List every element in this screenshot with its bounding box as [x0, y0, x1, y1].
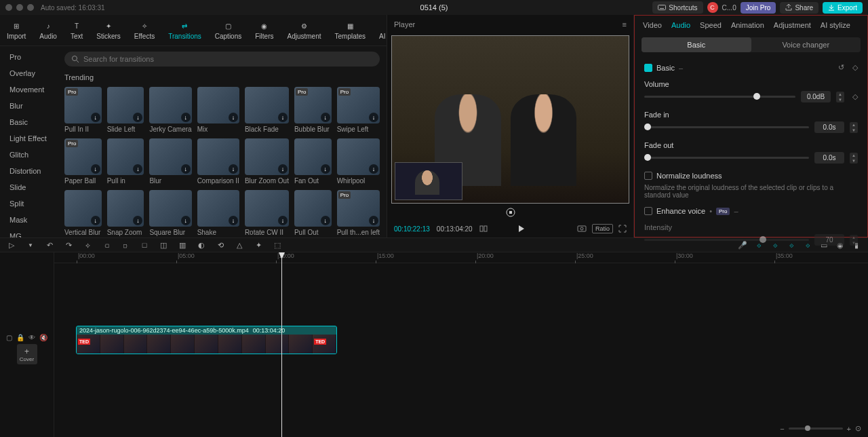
- cover-button[interactable]: + Cover: [17, 344, 37, 364]
- fade-out-stepper[interactable]: ▲▼: [850, 153, 858, 164]
- crop-tool-button[interactable]: ⬚: [273, 241, 282, 250]
- fade-in-slider[interactable]: [644, 126, 809, 128]
- transition-comparison-ii[interactable]: ↓Comparison II: [197, 138, 239, 185]
- split-right-button[interactable]: ⟥: [121, 241, 130, 249]
- subtab-voice-changer[interactable]: Voice changer: [751, 37, 861, 52]
- transition-mix[interactable]: ↓Mix: [197, 87, 239, 133]
- search-input[interactable]: [83, 55, 373, 63]
- tab-import[interactable]: ⊞Import: [0, 18, 33, 43]
- download-icon[interactable]: ↓: [369, 216, 378, 225]
- transition-pull-out[interactable]: ↓Pull Out: [294, 190, 332, 236]
- download-icon[interactable]: ↓: [91, 113, 100, 122]
- sidebar-item-movement[interactable]: Movement: [0, 81, 58, 98]
- download-icon[interactable]: ↓: [278, 113, 288, 122]
- inspector-tab-speed[interactable]: Speed: [700, 21, 722, 29]
- flip-h-button[interactable]: △: [235, 241, 244, 250]
- redo-button[interactable]: ↷: [64, 241, 73, 250]
- download-icon[interactable]: ↓: [91, 216, 100, 225]
- zoom-in-icon[interactable]: +: [847, 425, 851, 433]
- tab-effects[interactable]: ✧Effects: [127, 18, 161, 43]
- snapshot-icon[interactable]: [577, 224, 587, 233]
- tab-templates[interactable]: ▦Templates: [328, 18, 373, 43]
- download-icon[interactable]: ↓: [133, 113, 142, 122]
- export-button[interactable]: Export: [823, 2, 863, 14]
- inspector-tab-ai-stylize[interactable]: AI stylize: [821, 21, 850, 29]
- download-icon[interactable]: ↓: [229, 113, 238, 122]
- download-icon[interactable]: ↓: [321, 216, 330, 225]
- sidebar-item-mask[interactable]: Mask: [0, 212, 58, 228]
- fade-out-value[interactable]: 0.0s: [814, 152, 844, 164]
- fullscreen-icon[interactable]: [618, 225, 627, 233]
- download-icon[interactable]: ↓: [181, 113, 191, 122]
- avatar[interactable]: C: [707, 2, 718, 13]
- track-mute-icon[interactable]: 🔇: [39, 334, 47, 341]
- zoom-out-icon[interactable]: −: [780, 425, 784, 433]
- subtab-basic[interactable]: Basic: [642, 37, 751, 52]
- transition-rotate-cw-ii[interactable]: ↓Rotate CW II: [245, 190, 289, 236]
- volume-value[interactable]: 0.0dB: [801, 91, 831, 102]
- sidebar-item-mg[interactable]: MG: [0, 228, 58, 238]
- player-menu-icon[interactable]: ≡: [623, 20, 627, 28]
- transition-jerky-camera[interactable]: ↓Jerky Camera: [149, 87, 191, 133]
- enhance-checkbox[interactable]: [644, 207, 652, 215]
- transition-snap-zoom[interactable]: ↓Snap Zoom: [107, 190, 144, 236]
- playhead[interactable]: [281, 252, 282, 437]
- track-toggle-a[interactable]: ▢: [6, 334, 12, 341]
- transition-square-blur[interactable]: ↓Square Blur: [149, 190, 191, 236]
- volume-stepper[interactable]: ▲▼: [836, 92, 844, 102]
- compare-icon[interactable]: [479, 225, 488, 233]
- transition-swipe-left[interactable]: Pro↓Swipe Left: [337, 87, 380, 133]
- transition-shake[interactable]: ↓Shake: [197, 190, 239, 236]
- transition-blur[interactable]: ↓Blur: [149, 138, 191, 185]
- reset-icon[interactable]: ↺: [838, 63, 844, 72]
- split-button[interactable]: ⟡: [83, 241, 92, 250]
- tab-transitions[interactable]: ⇄Transitions: [161, 18, 208, 43]
- sidebar-item-split[interactable]: Split: [0, 195, 58, 212]
- sidebar-item-overlay[interactable]: Overlay: [0, 65, 58, 81]
- fade-in-value[interactable]: 0.0s: [814, 121, 844, 133]
- reverse-button[interactable]: ⟲: [216, 241, 225, 250]
- fade-in-stepper[interactable]: ▲▼: [850, 122, 858, 133]
- download-icon[interactable]: ↓: [181, 216, 191, 225]
- rotate-button[interactable]: ◐: [197, 241, 206, 250]
- inspector-tab-video[interactable]: Video: [643, 21, 662, 29]
- tab-audio[interactable]: ♪Audio: [33, 18, 64, 43]
- sidebar-item-glitch[interactable]: Glitch: [0, 147, 58, 163]
- transition-pull-in[interactable]: ↓Pull in: [107, 138, 144, 185]
- tab-text[interactable]: TText: [64, 18, 90, 43]
- download-icon[interactable]: ↓: [91, 164, 100, 174]
- sidebar-item-blur[interactable]: Blur: [0, 98, 58, 114]
- download-icon[interactable]: ↓: [278, 164, 288, 174]
- split-left-button[interactable]: ⟤: [102, 241, 111, 249]
- download-icon[interactable]: ↓: [229, 216, 238, 225]
- keyframe-icon[interactable]: ◇: [852, 63, 858, 72]
- download-icon[interactable]: ↓: [321, 164, 330, 174]
- traffic-min[interactable]: [16, 4, 23, 11]
- sidebar-item-distortion[interactable]: Distortion: [0, 163, 58, 179]
- zoom-fit-icon[interactable]: ⊙: [855, 424, 861, 433]
- download-icon[interactable]: ↓: [229, 164, 238, 174]
- zoom-slider[interactable]: [789, 428, 843, 430]
- download-icon[interactable]: ↓: [181, 164, 191, 174]
- volume-slider[interactable]: [644, 96, 795, 98]
- download-icon[interactable]: ↓: [369, 164, 378, 174]
- volume-keyframe-icon[interactable]: ◇: [852, 92, 858, 101]
- dropdown-icon[interactable]: ▼: [26, 242, 35, 248]
- tab-adjustment[interactable]: ⚙Adjustment: [280, 18, 328, 43]
- basic-checkbox[interactable]: [644, 64, 652, 72]
- transition-vertical-blur[interactable]: ↓Vertical Blur: [64, 190, 102, 236]
- undo-button[interactable]: ↶: [45, 241, 54, 250]
- fade-out-slider[interactable]: [644, 157, 809, 159]
- sidebar-item-light-effect[interactable]: Light Effect: [0, 130, 58, 147]
- record-stop-icon[interactable]: [506, 208, 515, 217]
- transition-paper-ball[interactable]: Pro↓Paper Ball: [64, 138, 102, 185]
- download-icon[interactable]: ↓: [278, 216, 288, 225]
- search-input-wrap[interactable]: [64, 52, 380, 66]
- transition-bubble-blur[interactable]: Pro↓Bubble Blur: [294, 87, 332, 133]
- download-icon[interactable]: ↓: [321, 113, 330, 122]
- traffic-max[interactable]: [27, 4, 34, 11]
- mirror-button[interactable]: ▥: [178, 241, 187, 250]
- transition-fan-out[interactable]: ↓Fan Out: [294, 138, 332, 185]
- crop-button[interactable]: ◫: [159, 241, 168, 250]
- inspector-tab-audio[interactable]: Audio: [671, 21, 690, 29]
